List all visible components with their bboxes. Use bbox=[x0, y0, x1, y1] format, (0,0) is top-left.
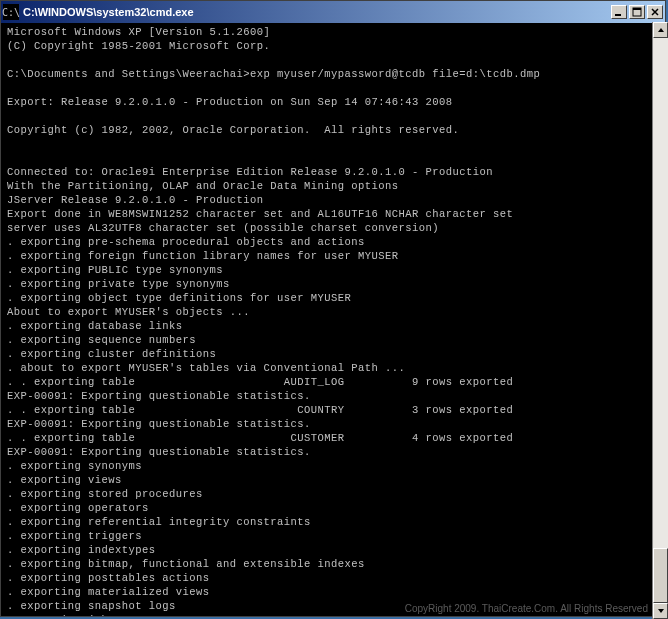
terminal-line bbox=[7, 151, 661, 165]
terminal-line: . exporting database links bbox=[7, 319, 661, 333]
terminal-output[interactable]: Microsoft Windows XP [Version 5.1.2600](… bbox=[1, 23, 665, 616]
terminal-line: JServer Release 9.2.0.1.0 - Production bbox=[7, 193, 661, 207]
cmd-icon[interactable]: C:\ bbox=[3, 4, 19, 20]
svg-rect-2 bbox=[633, 8, 641, 10]
maximize-icon bbox=[632, 7, 642, 17]
maximize-button[interactable] bbox=[629, 5, 645, 19]
terminal-line bbox=[7, 137, 661, 151]
terminal-line: . exporting sequence numbers bbox=[7, 333, 661, 347]
terminal-line: . exporting foreign function library nam… bbox=[7, 249, 661, 263]
terminal-line: EXP-00091: Exporting questionable statis… bbox=[7, 417, 661, 431]
terminal-line: (C) Copyright 1985-2001 Microsoft Corp. bbox=[7, 39, 661, 53]
terminal-line: server uses AL32UTF8 character set (poss… bbox=[7, 221, 661, 235]
terminal-line: . exporting pre-schema procedural object… bbox=[7, 235, 661, 249]
terminal-line bbox=[7, 81, 661, 95]
minimize-icon bbox=[614, 7, 624, 17]
close-icon bbox=[650, 7, 660, 17]
terminal-line: . exporting posttables actions bbox=[7, 571, 661, 585]
terminal-line: Export done in WE8MSWIN1252 character se… bbox=[7, 207, 661, 221]
terminal-line: . exporting referential integrity constr… bbox=[7, 515, 661, 529]
terminal-line: Microsoft Windows XP [Version 5.1.2600] bbox=[7, 25, 661, 39]
terminal-line: EXP-00091: Exporting questionable statis… bbox=[7, 389, 661, 403]
terminal-line: Connected to: Oracle9i Enterprise Editio… bbox=[7, 165, 661, 179]
terminal-line: . about to export MYUSER's tables via Co… bbox=[7, 361, 661, 375]
scroll-thumb[interactable] bbox=[653, 548, 668, 603]
close-button[interactable] bbox=[647, 5, 663, 19]
terminal-line: . . exporting table AUDIT_LOG 9 rows exp… bbox=[7, 375, 661, 389]
titlebar[interactable]: C:\ C:\WINDOWS\system32\cmd.exe bbox=[1, 1, 665, 23]
terminal-line: With the Partitioning, OLAP and Oracle D… bbox=[7, 179, 661, 193]
terminal-line: . exporting private type synonyms bbox=[7, 277, 661, 291]
titlebar-left: C:\ C:\WINDOWS\system32\cmd.exe bbox=[3, 4, 194, 20]
terminal-line: Export: Release 9.2.0.1.0 - Production o… bbox=[7, 95, 661, 109]
copyright-watermark: CopyRight 2009. ThaiCreate.Com. All Righ… bbox=[405, 603, 648, 614]
terminal-line bbox=[7, 109, 661, 123]
terminal-line: . exporting views bbox=[7, 473, 661, 487]
terminal-line: . exporting stored procedures bbox=[7, 487, 661, 501]
terminal-line: . . exporting table COUNTRY 3 rows expor… bbox=[7, 403, 661, 417]
window-title: C:\WINDOWS\system32\cmd.exe bbox=[23, 6, 194, 18]
scrollbar[interactable] bbox=[652, 22, 668, 619]
minimize-button[interactable] bbox=[611, 5, 627, 19]
titlebar-buttons bbox=[609, 5, 663, 19]
terminal-line: . exporting operators bbox=[7, 501, 661, 515]
terminal-line: . exporting PUBLIC type synonyms bbox=[7, 263, 661, 277]
scroll-track[interactable] bbox=[653, 38, 668, 603]
chevron-up-icon bbox=[657, 26, 665, 34]
terminal-line: . exporting indextypes bbox=[7, 543, 661, 557]
terminal-line: . exporting bitmap, functional and exten… bbox=[7, 557, 661, 571]
terminal-line bbox=[7, 53, 661, 67]
terminal-line: C:\Documents and Settings\Weerachai>exp … bbox=[7, 67, 661, 81]
terminal-line: EXP-00091: Exporting questionable statis… bbox=[7, 445, 661, 459]
terminal-line: . . exporting table CUSTOMER 4 rows expo… bbox=[7, 431, 661, 445]
terminal-line: . exporting object type definitions for … bbox=[7, 291, 661, 305]
svg-rect-0 bbox=[615, 14, 621, 16]
terminal-line: Copyright (c) 1982, 2002, Oracle Corpora… bbox=[7, 123, 661, 137]
chevron-down-icon bbox=[657, 607, 665, 615]
cmd-window: C:\ C:\WINDOWS\system32\cmd.exe Microsof… bbox=[0, 0, 666, 617]
terminal-line: About to export MYUSER's objects ... bbox=[7, 305, 661, 319]
scroll-down-button[interactable] bbox=[653, 603, 668, 619]
terminal-line: . exporting synonyms bbox=[7, 459, 661, 473]
scroll-up-button[interactable] bbox=[653, 22, 668, 38]
terminal-line: . exporting triggers bbox=[7, 529, 661, 543]
terminal-line: . exporting cluster definitions bbox=[7, 347, 661, 361]
terminal-line: . exporting materialized views bbox=[7, 585, 661, 599]
